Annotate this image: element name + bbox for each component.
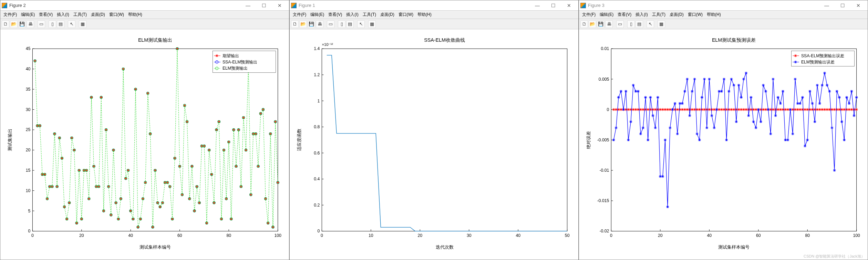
- svg-text:40: 40: [26, 67, 31, 71]
- menu-help[interactable]: 帮助(H): [705, 11, 723, 18]
- menu-file[interactable]: 文件(F): [580, 11, 597, 18]
- tool-save-icon[interactable]: 💾: [308, 20, 315, 28]
- menu-desktop[interactable]: 桌面(D): [89, 11, 107, 18]
- menu-view[interactable]: 查看(V): [616, 11, 633, 18]
- svg-text:15: 15: [26, 168, 31, 173]
- tool-editplot-icon[interactable]: ▦: [79, 20, 86, 28]
- menu-file[interactable]: 文件(F): [291, 11, 308, 18]
- svg-text:测试集样本编号: 测试集样本编号: [140, 244, 171, 250]
- menu-tools[interactable]: 工具(T): [650, 11, 667, 18]
- menu-help[interactable]: 帮助(H): [126, 11, 144, 18]
- menu-desktop[interactable]: 桌面(D): [668, 11, 685, 18]
- tool-legend-icon[interactable]: ▤: [636, 20, 643, 28]
- svg-text:1: 1: [317, 99, 320, 103]
- menu-view[interactable]: 查看(V): [327, 11, 344, 18]
- tool-datacursor-icon[interactable]: ▭: [327, 20, 334, 28]
- svg-text:60: 60: [177, 233, 182, 238]
- svg-text:40: 40: [516, 233, 520, 238]
- minimize-button[interactable]: —: [819, 0, 835, 11]
- menu-help[interactable]: 帮助(H): [416, 11, 433, 18]
- svg-text:20: 20: [79, 233, 84, 238]
- svg-text:100: 100: [274, 233, 281, 238]
- menu-window[interactable]: 窗口(W): [107, 11, 126, 18]
- menu-view[interactable]: 查看(V): [37, 11, 54, 18]
- tool-new-icon[interactable]: 🗋: [2, 20, 9, 28]
- window-title: Figure 2: [9, 3, 26, 8]
- tool-legend-icon[interactable]: ▤: [346, 20, 354, 28]
- tool-print-icon[interactable]: 🖶: [316, 20, 323, 28]
- svg-text:0: 0: [31, 233, 34, 238]
- close-button[interactable]: ✕: [272, 0, 288, 11]
- svg-text:30: 30: [26, 107, 31, 112]
- svg-text:25: 25: [26, 128, 31, 132]
- menu-file[interactable]: 文件(F): [2, 11, 19, 18]
- menu-window[interactable]: 窗口(W): [397, 11, 415, 18]
- svg-text:0: 0: [610, 233, 612, 238]
- tool-colorbar-icon[interactable]: ▯: [627, 20, 635, 28]
- minimize-button[interactable]: —: [240, 0, 256, 11]
- menu-window[interactable]: 窗口(W): [686, 11, 704, 18]
- menu-tools[interactable]: 工具(T): [361, 11, 378, 18]
- tool-pointer-icon[interactable]: ↖: [647, 20, 654, 28]
- tool-open-icon[interactable]: 📂: [10, 20, 18, 28]
- tool-datacursor-icon[interactable]: ▭: [616, 20, 624, 28]
- svg-text:5: 5: [28, 209, 30, 213]
- tool-bar: 🗋 📂 💾 🖶 ▭ ▯ ▤ ↖ ▦: [579, 19, 868, 29]
- svg-text:ELM预测输出: ELM预测输出: [223, 66, 248, 71]
- menu-edit[interactable]: 编辑(E): [598, 11, 615, 18]
- plot-area-fig2: ELM测试集输出测试集样本编号测试集输出02040608010005101520…: [0, 29, 289, 260]
- svg-text:-0.01: -0.01: [599, 168, 609, 173]
- window-title: Figure 1: [299, 3, 315, 8]
- tool-bar: 🗋 📂 💾 🖶 ▭ ▯ ▤ ↖ ▦: [0, 19, 289, 29]
- tool-print-icon[interactable]: 🖶: [605, 20, 613, 28]
- svg-text:0.005: 0.005: [599, 77, 609, 82]
- close-button[interactable]: ✕: [850, 0, 866, 11]
- close-button[interactable]: ✕: [561, 0, 577, 11]
- svg-text:迭代次数: 迭代次数: [436, 244, 454, 250]
- menu-desktop[interactable]: 桌面(D): [379, 11, 396, 18]
- svg-text:10: 10: [26, 188, 31, 193]
- menu-insert[interactable]: 插入(I): [55, 11, 71, 18]
- svg-text:0.4: 0.4: [314, 177, 320, 181]
- svg-text:80: 80: [226, 233, 231, 238]
- matlab-icon: [580, 3, 586, 8]
- menu-edit[interactable]: 编辑(E): [309, 11, 326, 18]
- title-bar[interactable]: Figure 3 — ☐ ✕: [579, 0, 868, 11]
- tool-save-icon[interactable]: 💾: [18, 20, 26, 28]
- menu-edit[interactable]: 编辑(E): [19, 11, 37, 18]
- tool-legend-icon[interactable]: ▤: [57, 20, 64, 28]
- tool-new-icon[interactable]: 🗋: [580, 20, 588, 28]
- svg-text:0.2: 0.2: [314, 203, 320, 208]
- tool-pointer-icon[interactable]: ↖: [357, 20, 365, 28]
- title-bar[interactable]: Figure 1 — ☐ ✕: [290, 0, 578, 11]
- svg-text:SSA-ELM收敛曲线: SSA-ELM收敛曲线: [424, 37, 465, 43]
- menu-tools[interactable]: 工具(T): [72, 11, 89, 18]
- maximize-button[interactable]: ☐: [545, 0, 561, 11]
- tool-colorbar-icon[interactable]: ▯: [338, 20, 345, 28]
- tool-editplot-icon[interactable]: ▦: [368, 20, 376, 28]
- tool-open-icon[interactable]: 📂: [299, 20, 307, 28]
- minimize-button[interactable]: —: [529, 0, 545, 11]
- svg-text:60: 60: [756, 233, 761, 238]
- svg-text:40: 40: [128, 233, 133, 238]
- svg-text:-0.02: -0.02: [599, 229, 609, 233]
- svg-text:适应度函数: 适应度函数: [297, 129, 302, 151]
- menu-bar: 文件(F) 编辑(E) 查看(V) 插入(I) 工具(T) 桌面(D) 窗口(W…: [290, 11, 578, 19]
- tool-datacursor-icon[interactable]: ▭: [38, 20, 45, 28]
- svg-text:40: 40: [707, 233, 712, 238]
- tool-pointer-icon[interactable]: ↖: [68, 20, 75, 28]
- menu-insert[interactable]: 插入(I): [634, 11, 649, 18]
- maximize-button[interactable]: ☐: [835, 0, 850, 11]
- menu-insert[interactable]: 插入(I): [344, 11, 360, 18]
- tool-editplot-icon[interactable]: ▦: [658, 20, 665, 28]
- tool-print-icon[interactable]: 🖶: [27, 20, 34, 28]
- tool-open-icon[interactable]: 📂: [589, 20, 596, 28]
- title-bar[interactable]: Figure 2 — ☐ ✕: [0, 0, 289, 11]
- svg-text:1.4: 1.4: [314, 46, 320, 51]
- tool-save-icon[interactable]: 💾: [597, 20, 604, 28]
- svg-text:0: 0: [321, 233, 323, 238]
- svg-text:ELM测试集输出: ELM测试集输出: [138, 37, 172, 43]
- maximize-button[interactable]: ☐: [256, 0, 272, 11]
- tool-new-icon[interactable]: 🗋: [291, 20, 299, 28]
- tool-colorbar-icon[interactable]: ▯: [49, 20, 56, 28]
